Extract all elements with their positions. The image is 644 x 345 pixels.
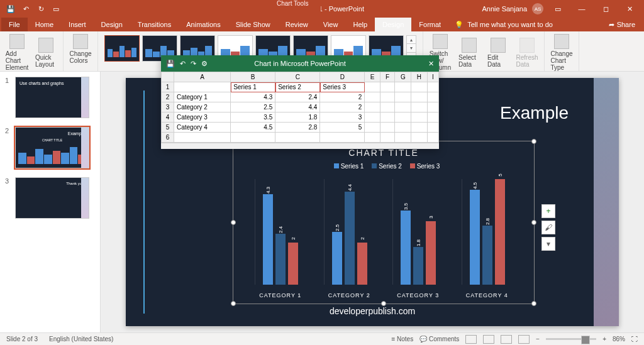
- undo-icon[interactable]: ↶: [21, 4, 30, 13]
- tab-review[interactable]: Review: [278, 18, 316, 31]
- chart-plot[interactable]: 4.32.422.54.423.51.834.52.85: [246, 179, 521, 285]
- change-chart-type-button[interactable]: Change Chart Type: [548, 33, 575, 72]
- excel-scrollbar[interactable]: [161, 143, 439, 149]
- legend-series-1: Series 1: [341, 163, 364, 170]
- tab-slideshow[interactable]: Slide Show: [228, 18, 278, 31]
- tab-file[interactable]: File: [1, 18, 28, 31]
- chart-legend[interactable]: Series 1 Series 2 Series 3: [233, 163, 534, 170]
- chart-styles-icon[interactable]: 🖌: [541, 221, 555, 234]
- thumb-num-3: 3: [5, 177, 11, 219]
- tab-insert[interactable]: Insert: [61, 18, 94, 31]
- change-colors-label: Change Colors: [69, 50, 91, 64]
- status-slide[interactable]: Slide 2 of 3: [6, 336, 38, 342]
- legend-series-3: Series 3: [417, 163, 440, 170]
- thumb-2-title: Example: [19, 131, 85, 136]
- save-icon[interactable]: 💾: [6, 4, 15, 13]
- maximize-icon[interactable]: ◻: [596, 0, 615, 18]
- tab-help[interactable]: Help: [345, 18, 375, 31]
- excel-save-icon[interactable]: 💾: [166, 60, 175, 68]
- excel-undo-icon[interactable]: ↶: [180, 60, 186, 68]
- lightbulb-icon: 💡: [455, 21, 464, 29]
- start-show-icon[interactable]: ▭: [52, 4, 60, 13]
- refresh-label: Refresh Data: [516, 54, 538, 68]
- change-colors-button[interactable]: Change Colors: [67, 33, 94, 65]
- slide-thumb-3[interactable]: Thank you!: [15, 177, 89, 219]
- quick-layout-button[interactable]: Quick Layout: [33, 36, 59, 69]
- notes-button[interactable]: ≡ Notes: [391, 336, 413, 342]
- thumb-2-chart: CHART TITLE: [19, 138, 85, 142]
- tab-chart-format[interactable]: Format: [411, 18, 448, 31]
- close-icon[interactable]: ✕: [620, 0, 639, 18]
- status-lang[interactable]: English (United States): [49, 336, 113, 342]
- zoom-out-icon[interactable]: −: [536, 336, 540, 342]
- tab-design[interactable]: Design: [94, 18, 130, 31]
- thumb-num-2: 2: [5, 127, 11, 168]
- select-data-button[interactable]: Select Data: [456, 36, 482, 69]
- select-data-label: Select Data: [458, 54, 480, 68]
- watermark: developerpublish.com: [330, 306, 415, 316]
- chart-filter-icon[interactable]: ▾: [541, 237, 555, 251]
- slide-title[interactable]: Example: [500, 103, 569, 123]
- share-label: Share: [617, 21, 635, 28]
- chart-xaxis: CATEGORY 1CATEGORY 2CATEGORY 3CATEGORY 4: [246, 292, 521, 298]
- notes-label: Notes: [397, 336, 413, 342]
- zoom-level[interactable]: 86%: [613, 336, 625, 342]
- share-icon: ➦: [609, 21, 614, 29]
- refresh-data-button: Refresh Data: [514, 36, 540, 69]
- tab-transitions[interactable]: Transitions: [130, 18, 179, 31]
- chart-object[interactable]: CHART TITLE Series 1 Series 2 Series 3 4…: [233, 141, 535, 304]
- excel-settings-icon[interactable]: ⚙: [201, 60, 208, 68]
- ribbon-tabs: File Home Insert Design Transitions Anim…: [0, 18, 644, 31]
- avatar[interactable]: AS: [532, 3, 543, 14]
- zoom-in-icon[interactable]: +: [602, 336, 606, 342]
- reading-view-icon[interactable]: [501, 335, 512, 344]
- slide-thumbnails: 1 Use charts and graphs 2 Example CHART …: [0, 72, 101, 332]
- normal-view-icon[interactable]: [465, 335, 477, 344]
- share-button[interactable]: ➦ Share: [600, 18, 644, 31]
- status-bar: Slide 2 of 3 English (United States) ≡ N…: [0, 332, 644, 345]
- legend-series-2: Series 2: [379, 163, 402, 170]
- excel-close-icon[interactable]: ✕: [428, 60, 434, 68]
- fit-window-icon[interactable]: ⛶: [631, 336, 638, 342]
- chart-add-element-icon[interactable]: +: [541, 204, 555, 218]
- sorter-view-icon[interactable]: [483, 335, 494, 344]
- tell-me-search[interactable]: 💡 Tell me what you want to do: [455, 18, 553, 31]
- user-name[interactable]: Annie Sanjana: [482, 5, 527, 13]
- tell-me-label: Tell me what you want to do: [467, 21, 553, 28]
- thumb-3-text: Thank you!: [19, 182, 85, 185]
- comments-label: Comments: [429, 336, 459, 342]
- ribbon-options-icon[interactable]: ▭: [548, 0, 567, 18]
- title-bar: 💾 ↶ ↻ ▭ Presentation1 - PowerPoint Chart…: [0, 0, 644, 18]
- comments-button[interactable]: 💬 Comments: [419, 336, 459, 342]
- change-type-label: Change Chart Type: [550, 50, 572, 71]
- tab-animations[interactable]: Animations: [179, 18, 228, 31]
- slideshow-view-icon[interactable]: [518, 335, 530, 344]
- edit-data-button[interactable]: Edit Data: [485, 36, 511, 69]
- redo-icon[interactable]: ↻: [36, 4, 45, 13]
- minimize-icon[interactable]: —: [572, 0, 591, 18]
- excel-chart-data-window[interactable]: 💾 ↶ ↷ ⚙ Chart in Microsoft PowerPoint ✕ …: [161, 55, 439, 149]
- excel-sheet[interactable]: ABCDEFGHI1Series 1Series 2Series 32Categ…: [161, 72, 439, 149]
- quick-layout-label: Quick Layout: [35, 54, 57, 68]
- slide-thumb-2[interactable]: Example CHART TITLE: [15, 127, 89, 168]
- excel-redo-icon[interactable]: ↷: [191, 60, 196, 68]
- tab-home[interactable]: Home: [28, 18, 61, 31]
- chart-style-1[interactable]: [104, 35, 140, 62]
- edit-data-label: Edit Data: [487, 54, 509, 68]
- excel-window-title: Chart in Microsoft PowerPoint: [254, 60, 346, 67]
- slide-thumb-1[interactable]: Use charts and graphs: [15, 77, 89, 118]
- chart-tools-label: Chart Tools: [264, 0, 321, 11]
- tab-chart-design[interactable]: Design: [375, 18, 411, 31]
- thumb-num-1: 1: [5, 77, 11, 118]
- zoom-slider[interactable]: [546, 338, 596, 340]
- add-chart-element-button[interactable]: Add Chart Element: [4, 33, 30, 72]
- tab-view[interactable]: View: [316, 18, 346, 31]
- add-element-label: Add Chart Element: [6, 50, 29, 71]
- thumb-1-text: Use charts and graphs: [19, 81, 64, 85]
